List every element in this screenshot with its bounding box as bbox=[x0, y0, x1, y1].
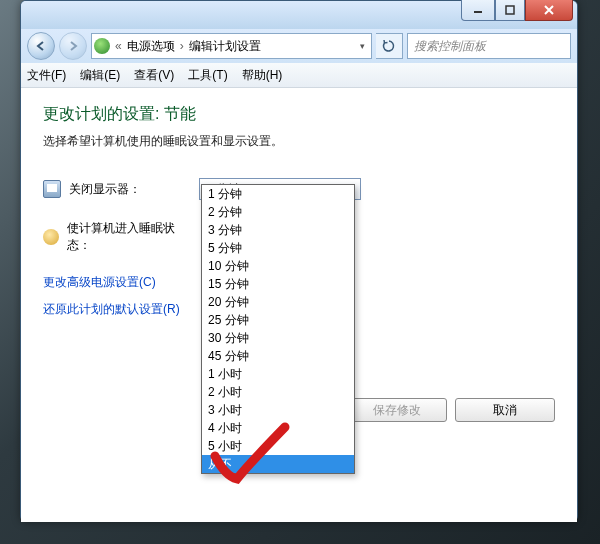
minimize-button[interactable] bbox=[461, 0, 495, 21]
button-row: 保存修改 取消 bbox=[347, 398, 555, 422]
svg-rect-1 bbox=[506, 6, 514, 14]
dropdown-option[interactable]: 5 分钟 bbox=[202, 239, 354, 257]
dropdown-option[interactable]: 4 小时 bbox=[202, 419, 354, 437]
chevron-down-icon[interactable]: ▾ bbox=[356, 41, 369, 51]
dropdown-option[interactable]: 45 分钟 bbox=[202, 347, 354, 365]
dropdown-option[interactable]: 从不 bbox=[202, 455, 354, 473]
breadcrumb-bar[interactable]: « 电源选项 › 编辑计划设置 ▾ bbox=[91, 33, 372, 59]
title-bar[interactable] bbox=[21, 1, 577, 29]
dropdown-option[interactable]: 10 分钟 bbox=[202, 257, 354, 275]
dropdown-option[interactable]: 3 分钟 bbox=[202, 221, 354, 239]
address-bar-row: « 电源选项 › 编辑计划设置 ▾ 搜索控制面板 bbox=[21, 29, 577, 63]
search-placeholder: 搜索控制面板 bbox=[414, 38, 486, 55]
desktop-background: « 电源选项 › 编辑计划设置 ▾ 搜索控制面板 文件(F) 编辑(E) 查看(… bbox=[0, 0, 600, 544]
dropdown-option[interactable]: 15 分钟 bbox=[202, 275, 354, 293]
label-sleep: 使计算机进入睡眠状态： bbox=[67, 220, 197, 254]
window-buttons bbox=[461, 0, 573, 21]
refresh-button[interactable] bbox=[376, 33, 403, 59]
label-turn-off-display: 关闭显示器： bbox=[69, 181, 199, 198]
sleep-icon bbox=[43, 229, 59, 245]
dropdown-option[interactable]: 5 小时 bbox=[202, 437, 354, 455]
control-panel-icon bbox=[94, 38, 110, 54]
dropdown-option[interactable]: 2 分钟 bbox=[202, 203, 354, 221]
dropdown-option[interactable]: 30 分钟 bbox=[202, 329, 354, 347]
nav-back-button[interactable] bbox=[27, 32, 55, 60]
dropdown-option[interactable]: 1 分钟 bbox=[202, 185, 354, 203]
nav-forward-button[interactable] bbox=[59, 32, 87, 60]
dropdown-option[interactable]: 2 小时 bbox=[202, 383, 354, 401]
close-button[interactable] bbox=[525, 0, 573, 21]
menu-tools[interactable]: 工具(T) bbox=[188, 67, 227, 84]
menu-help[interactable]: 帮助(H) bbox=[242, 67, 283, 84]
dropdown-list[interactable]: 1 分钟2 分钟3 分钟5 分钟10 分钟15 分钟20 分钟25 分钟30 分… bbox=[201, 184, 355, 474]
breadcrumb-sep: › bbox=[177, 39, 187, 53]
control-panel-window: « 电源选项 › 编辑计划设置 ▾ 搜索控制面板 文件(F) 编辑(E) 查看(… bbox=[20, 0, 578, 522]
page-subheading: 选择希望计算机使用的睡眠设置和显示设置。 bbox=[43, 133, 555, 150]
dropdown-option[interactable]: 1 小时 bbox=[202, 365, 354, 383]
dropdown-option[interactable]: 3 小时 bbox=[202, 401, 354, 419]
menu-bar: 文件(F) 编辑(E) 查看(V) 工具(T) 帮助(H) bbox=[21, 63, 577, 88]
menu-file[interactable]: 文件(F) bbox=[27, 67, 66, 84]
search-input[interactable]: 搜索控制面板 bbox=[407, 33, 571, 59]
display-icon bbox=[43, 180, 61, 198]
cancel-button[interactable]: 取消 bbox=[455, 398, 555, 422]
page-heading: 更改计划的设置: 节能 bbox=[43, 104, 555, 125]
menu-view[interactable]: 查看(V) bbox=[134, 67, 174, 84]
breadcrumb-sep: « bbox=[112, 39, 125, 53]
breadcrumb-1[interactable]: 电源选项 bbox=[127, 38, 175, 55]
breadcrumb-2[interactable]: 编辑计划设置 bbox=[189, 38, 261, 55]
dropdown-option[interactable]: 25 分钟 bbox=[202, 311, 354, 329]
menu-edit[interactable]: 编辑(E) bbox=[80, 67, 120, 84]
dropdown-option[interactable]: 20 分钟 bbox=[202, 293, 354, 311]
maximize-button[interactable] bbox=[495, 0, 525, 21]
save-button[interactable]: 保存修改 bbox=[347, 398, 447, 422]
